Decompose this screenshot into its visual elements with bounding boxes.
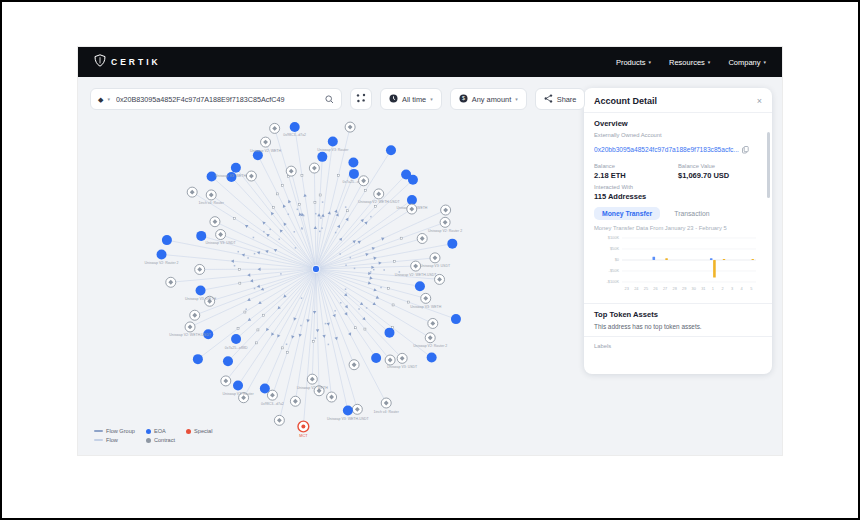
graph-node[interactable]: Uniswap V2: WETH — [250, 137, 281, 153]
chevron-down-icon[interactable]: ▾ — [107, 96, 110, 102]
tab-money-transfer[interactable]: Money Transfer — [594, 207, 660, 220]
graph-node[interactable] — [221, 376, 231, 386]
graph-node[interactable] — [223, 356, 233, 366]
graph-node[interactable]: Uniswap V3: USDT — [206, 230, 237, 246]
graph-node[interactable] — [407, 204, 417, 214]
graph-node[interactable]: Uniswap V3: WETH-USDT — [327, 406, 369, 422]
graph-node[interactable]: 1inch v4: Router — [198, 190, 224, 206]
certik-logo[interactable]: CERTIK — [94, 53, 161, 71]
nav-item-products[interactable]: Products▾ — [616, 58, 651, 67]
graph-node[interactable] — [270, 123, 280, 133]
graph-node[interactable] — [309, 163, 319, 173]
graph-node[interactable] — [187, 187, 197, 197]
graph-node[interactable] — [435, 274, 445, 284]
legend-item-flow-group[interactable]: Flow Group — [94, 428, 135, 434]
account-address-link[interactable]: 0x20bb3095a48524fc97d7a188e9f7183c85acfc… — [594, 146, 739, 153]
legend-item-eoa[interactable]: EOA — [146, 428, 175, 434]
svg-text:Uniswap V2: Router 2: Uniswap V2: Router 2 — [145, 261, 179, 265]
chevron-down-icon: ▾ — [515, 96, 518, 102]
nav-item-resources[interactable]: Resources▾ — [669, 58, 710, 67]
graph-node[interactable]: 1inch v4: Router — [373, 398, 399, 414]
graph-node[interactable] — [210, 217, 220, 227]
share-icon — [544, 94, 553, 105]
graph-node[interactable] — [408, 175, 418, 185]
graph-node[interactable]: 0x98C3...d7a2 — [283, 122, 306, 138]
panel-tabs: Money Transfer Transaction — [594, 207, 762, 220]
legend-item-contract[interactable]: Contract — [146, 437, 175, 443]
graph-node[interactable]: Uniswap V3: USDT — [420, 253, 451, 269]
svg-text:23: 23 — [625, 286, 629, 291]
graph-node[interactable] — [195, 264, 205, 274]
account-detail-panel: Account Detail × Overview Externally Own… — [584, 88, 772, 374]
svg-text:1inch v4: Router: 1inch v4: Router — [373, 410, 399, 414]
graph-node[interactable] — [386, 145, 396, 155]
graph-node[interactable] — [290, 396, 300, 406]
svg-text:3: 3 — [731, 286, 733, 291]
graph-node[interactable] — [441, 205, 451, 215]
graph-node[interactable] — [193, 354, 203, 364]
graph-node[interactable] — [384, 328, 394, 338]
dollar-icon: $ — [459, 94, 468, 105]
amount-filter-button[interactable]: $ Any amount ▾ — [450, 88, 527, 110]
graph-node[interactable]: Uniswap V2: Router 2 — [413, 333, 447, 349]
graph-node[interactable] — [190, 310, 200, 320]
legend-item-special[interactable]: Special — [186, 428, 212, 434]
eth-token-icon[interactable]: ◆ — [98, 96, 103, 103]
graph-node[interactable] — [352, 404, 362, 414]
graph-node[interactable] — [162, 235, 172, 245]
graph-node[interactable] — [286, 166, 296, 176]
graph-node[interactable] — [385, 355, 395, 365]
clock-icon — [389, 94, 398, 105]
svg-text:27: 27 — [663, 286, 667, 291]
graph-node[interactable] — [274, 415, 284, 425]
share-button[interactable]: Share — [535, 88, 586, 110]
graph-node[interactable]: Uniswap V3: WETH — [185, 285, 216, 301]
nav-item-company[interactable]: Company▾ — [728, 58, 766, 67]
graph-node[interactable] — [260, 384, 270, 394]
money-transfer-chart: $100K$50K$0-$50K-$100K232425262728293031… — [594, 233, 760, 293]
balance-label: Balance — [594, 163, 678, 169]
graph-node[interactable] — [371, 353, 381, 363]
graph-node[interactable]: Uniswap V2: Router 2 — [145, 249, 179, 265]
graph-node[interactable] — [417, 234, 427, 244]
search-icon[interactable] — [325, 90, 334, 108]
close-icon[interactable]: × — [757, 97, 762, 106]
time-filter-button[interactable]: All time ▾ — [380, 88, 442, 110]
graph-node[interactable]: Uniswap V2: Router 2 — [428, 217, 462, 233]
graph-view-button[interactable] — [350, 88, 372, 110]
divider — [584, 303, 772, 304]
graph-node[interactable]: Uniswap V2: WETH — [297, 374, 328, 390]
graph-node[interactable]: Uniswap V3: Router — [317, 136, 349, 152]
dot-swatch-icon — [146, 438, 151, 443]
graph-node[interactable] — [348, 157, 358, 167]
graph-node[interactable] — [246, 171, 256, 181]
svg-text:-$100K: -$100K — [606, 279, 619, 284]
brand-text: CERTIK — [111, 57, 161, 67]
panel-scrollbar[interactable] — [767, 132, 770, 198]
svg-text:$50K: $50K — [610, 246, 619, 251]
tab-transaction[interactable]: Transaction — [666, 207, 717, 220]
graph-node[interactable] — [427, 353, 437, 363]
graph-node[interactable] — [349, 360, 359, 370]
legend-item-flow[interactable]: Flow — [94, 437, 135, 443]
graph-node[interactable] — [196, 231, 206, 241]
graph-node[interactable] — [166, 277, 176, 287]
graph-node[interactable] — [327, 392, 337, 402]
graph-node[interactable] — [447, 239, 457, 249]
graph-node[interactable] — [415, 281, 425, 291]
graph-node[interactable] — [451, 314, 461, 324]
graph-node[interactable] — [317, 152, 327, 162]
chevron-down-icon: ▾ — [708, 59, 711, 65]
graph-node[interactable]: Uniswap V2: WETH-USDT — [169, 322, 211, 338]
graph-node[interactable] — [359, 176, 369, 186]
address-search-box[interactable]: ◆ ▾ — [90, 88, 342, 110]
svg-text:Uniswap V3: USDT: Uniswap V3: USDT — [387, 365, 418, 369]
graph-node-special[interactable]: MCT — [298, 421, 309, 438]
graph-node[interactable] — [345, 122, 355, 132]
search-input[interactable] — [114, 94, 321, 105]
graph-node[interactable] — [428, 318, 438, 328]
copy-icon[interactable] — [742, 140, 749, 158]
svg-text:$: $ — [462, 95, 465, 101]
transaction-network-graph[interactable]: Uniswap V2: WETH-USDTUniswap V3: WETHUni… — [84, 105, 584, 449]
svg-text:Uniswap V2: Router 2: Uniswap V2: Router 2 — [428, 229, 462, 233]
